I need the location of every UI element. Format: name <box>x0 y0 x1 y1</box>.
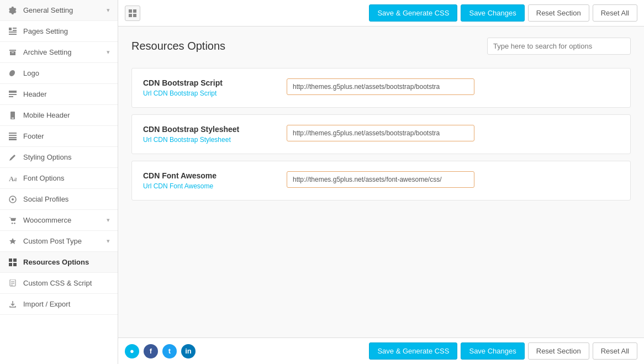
sidebar-label-general-setting: General Setting <box>23 6 73 14</box>
svg-rect-27 <box>129 9 132 13</box>
grid-icon <box>125 6 140 21</box>
social-icon <box>8 196 18 203</box>
social-icon-linkedin[interactable]: in <box>181 344 196 358</box>
bottombar: ●ftin Save & Generate CSS Save Changes R… <box>118 337 644 364</box>
svg-rect-19 <box>9 259 12 262</box>
setting-row-cdn-bootstrap-script: CDN Bootstrap Script Url CDN Bootstrap S… <box>131 68 631 108</box>
svg-rect-9 <box>12 118 14 119</box>
svg-rect-10 <box>9 133 17 134</box>
svg-point-18 <box>14 222 15 224</box>
generate-css-button[interactable]: Save & Generate CSS <box>369 4 457 22</box>
header-icon <box>8 91 18 98</box>
sidebar-label-header: Header <box>23 90 47 98</box>
sidebar-item-general-setting[interactable]: General Setting ▾ <box>0 0 118 21</box>
social-icon-twitter[interactable]: t <box>162 344 177 358</box>
setting-control-cdn-font-awesome <box>287 171 619 188</box>
sidebar-item-pages-setting[interactable]: Pages Setting <box>0 21 118 42</box>
page-title: Resources Options <box>131 40 225 52</box>
sidebar-label-custom-css-script: Custom CSS & Script <box>23 279 92 287</box>
svg-rect-4 <box>9 34 17 35</box>
svg-text:Aa: Aa <box>9 175 17 182</box>
svg-rect-0 <box>9 28 12 30</box>
chevron-icon-archive-setting: ▾ <box>107 49 110 56</box>
sidebar-item-footer[interactable]: Footer <box>0 126 118 147</box>
style-icon <box>8 154 18 161</box>
archive-icon <box>8 49 18 56</box>
sidebar-label-font-options: Font Options <box>23 174 64 182</box>
setting-name-cdn-bootstrap-stylesheet: CDN Bootstrap Stylesheet <box>143 125 287 134</box>
bottom-reset-all-button[interactable]: Reset All <box>593 342 637 360</box>
social-icon-circle[interactable]: ● <box>125 344 139 358</box>
sidebar-item-social-profiles[interactable]: Social Profiles <box>0 189 118 210</box>
resources-icon <box>8 259 18 266</box>
setting-input-cdn-bootstrap-script[interactable] <box>287 78 474 95</box>
main-panel: Save & Generate CSS Save Changes Reset S… <box>118 0 644 364</box>
chevron-icon-woocommerce: ▾ <box>107 217 110 224</box>
svg-rect-7 <box>9 96 13 97</box>
setting-name-cdn-bootstrap-script: CDN Bootstrap Script <box>143 78 287 87</box>
sidebar-item-custom-css-script[interactable]: Custom CSS & Script <box>0 273 118 294</box>
sidebar-label-logo: Logo <box>23 69 39 77</box>
leaf-icon <box>8 70 18 77</box>
cart-icon <box>8 217 18 224</box>
sidebar-label-footer: Footer <box>23 132 44 140</box>
bottom-reset-section-button[interactable]: Reset Section <box>528 342 589 360</box>
sidebar-item-font-options[interactable]: Aa Font Options <box>0 168 118 189</box>
export-icon <box>8 300 18 308</box>
chevron-icon-general-setting: ▾ <box>107 7 110 14</box>
reset-section-button[interactable]: Reset Section <box>528 4 589 22</box>
mobile-icon <box>8 112 18 119</box>
pages-icon <box>8 28 18 35</box>
setting-desc-cdn-bootstrap-stylesheet: Url CDN Bootstrap Stylesheet <box>143 136 287 144</box>
svg-rect-12 <box>9 137 17 138</box>
sidebar-item-archive-setting[interactable]: Archive Setting ▾ <box>0 42 118 63</box>
sidebar-label-custom-post-type: Custom Post Type <box>23 237 82 245</box>
page-header: Resources Options <box>131 38 631 55</box>
sidebar-item-custom-post-type[interactable]: Custom Post Type ▾ <box>0 231 118 252</box>
settings-container: CDN Bootstrap Script Url CDN Bootstrap S… <box>131 68 631 201</box>
reset-all-button[interactable]: Reset All <box>593 4 637 22</box>
svg-rect-30 <box>133 14 136 17</box>
svg-rect-20 <box>13 259 17 262</box>
sidebar: General Setting ▾ Pages Setting Archive … <box>0 0 118 364</box>
topbar: Save & Generate CSS Save Changes Reset S… <box>118 0 644 27</box>
topbar-left <box>125 6 140 21</box>
sidebar-label-styling-options: Styling Options <box>23 153 71 161</box>
svg-rect-13 <box>9 139 17 140</box>
sidebar-item-woocommerce[interactable]: Woocommerce ▾ <box>0 210 118 231</box>
svg-rect-6 <box>9 94 17 95</box>
setting-input-cdn-bootstrap-stylesheet[interactable] <box>287 125 474 141</box>
content-inner: Resources Options CDN Bootstrap Script U… <box>118 27 644 337</box>
sidebar-label-import-export: Import / Export <box>23 300 70 308</box>
social-icon-facebook[interactable]: f <box>144 344 158 358</box>
setting-desc-cdn-font-awesome: Url CDN Font Awesome <box>143 182 287 190</box>
sidebar-item-logo[interactable]: Logo <box>0 63 118 84</box>
sidebar-label-woocommerce: Woocommerce <box>23 216 71 224</box>
search-input[interactable] <box>487 38 631 55</box>
setting-desc-cdn-bootstrap-script: Url CDN Bootstrap Script <box>143 89 287 97</box>
cpt-icon <box>8 238 18 245</box>
css-icon <box>8 279 18 287</box>
bottom-generate-css-button[interactable]: Save & Generate CSS <box>369 342 457 360</box>
save-changes-button[interactable]: Save Changes <box>461 4 524 22</box>
bottom-save-changes-button[interactable]: Save Changes <box>461 342 524 360</box>
sidebar-item-styling-options[interactable]: Styling Options <box>0 147 118 168</box>
setting-info-cdn-font-awesome: CDN Font Awesome Url CDN Font Awesome <box>143 171 287 190</box>
sidebar-item-import-export[interactable]: Import / Export <box>0 294 118 315</box>
svg-rect-1 <box>13 28 17 29</box>
setting-row-cdn-bootstrap-stylesheet: CDN Bootstrap Stylesheet Url CDN Bootstr… <box>131 114 631 154</box>
sidebar-item-header[interactable]: Header <box>0 84 118 105</box>
content-area: Resources Options CDN Bootstrap Script U… <box>118 27 644 337</box>
svg-rect-11 <box>9 135 17 136</box>
setting-control-cdn-bootstrap-script <box>287 78 619 95</box>
svg-rect-5 <box>9 91 17 93</box>
sidebar-item-resources-options[interactable]: Resources Options <box>0 252 118 273</box>
setting-input-cdn-font-awesome[interactable] <box>287 171 474 188</box>
svg-rect-29 <box>129 14 132 17</box>
chevron-icon-custom-post-type: ▾ <box>107 238 110 245</box>
sidebar-item-mobile-header[interactable]: Mobile Header <box>0 105 118 126</box>
svg-point-17 <box>12 222 13 224</box>
setting-info-cdn-bootstrap-stylesheet: CDN Bootstrap Stylesheet Url CDN Bootstr… <box>143 125 287 144</box>
sidebar-label-archive-setting: Archive Setting <box>23 48 71 56</box>
setting-name-cdn-font-awesome: CDN Font Awesome <box>143 171 287 180</box>
